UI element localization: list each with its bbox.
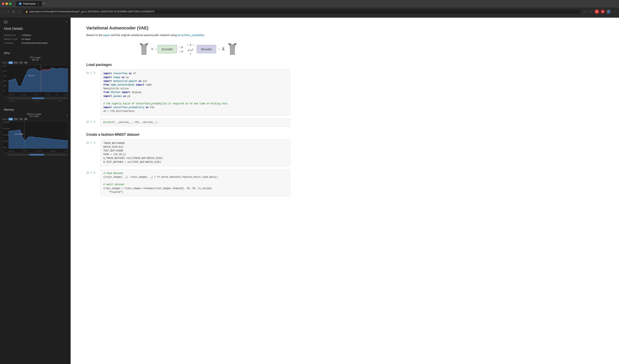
cpu-timeline-scrubber[interactable]	[2, 97, 68, 100]
tab-bar: Paperspace ✕ +	[16, 1, 45, 6]
z-label: z	[190, 43, 191, 47]
cpu-chart-container: CPU usage 468.14k Zoom 1m 5m 1h All 500k…	[0, 56, 70, 105]
cpu-x-label-3: 19:18:15	[33, 94, 39, 96]
memory-timeline-scrubber[interactable]	[2, 153, 68, 156]
memory-x-label-1: 19:18:00	[8, 150, 14, 152]
home-button[interactable]: ⌂	[18, 9, 21, 14]
cell-1-code[interactable]: import tensorflow as tf import numpy as …	[100, 70, 290, 115]
cpu-timeline-track[interactable]	[8, 98, 68, 99]
cell-4-prompt: In [ ]:	[86, 169, 98, 174]
cpu-zoom-1h[interactable]: 1h	[19, 61, 23, 64]
memory-zoom-1h[interactable]: 1h	[19, 118, 23, 120]
new-tab-button[interactable]: +	[43, 2, 45, 6]
memory-chart-value: 827.76MB	[30, 115, 39, 117]
browser-titlebar: Paperspace ✕ +	[0, 0, 619, 7]
active-tab[interactable]: Paperspace ✕	[16, 1, 42, 6]
output-image	[226, 41, 239, 57]
memory-chart-area: 2000MB 1500MB 1000MB 500MB 0MB	[2, 121, 68, 153]
reload-button[interactable]: ↻	[12, 9, 16, 14]
x-tilde-label: x̃	[222, 46, 225, 52]
memory-x-label-2: Tue:15	[23, 150, 27, 152]
input-image	[138, 41, 150, 57]
minimize-traffic-light[interactable]	[5, 2, 8, 5]
cpu-zoom-1m[interactable]: 1m	[8, 61, 13, 64]
description-prefix: Based on the	[86, 34, 103, 37]
vae-diagram: X → Encoder → μ → σ	[86, 41, 290, 57]
arrow-to-encoder: →	[154, 47, 157, 51]
cpu-zoom-label: Zoom	[2, 62, 7, 64]
notebook-id-label: Notebook ID	[4, 34, 22, 36]
cell-3-code[interactable]: TRAIN_BUF=60000 BATCH_SIZE=512 TEST_BUF=…	[100, 140, 290, 166]
code-cell-4: In [ ]: # load dataset (train_images, _)…	[86, 169, 290, 196]
memory-zoom-all[interactable]: All	[24, 118, 28, 120]
forward-button[interactable]: ›	[7, 9, 9, 14]
menu-icon[interactable]: ⋮	[612, 9, 617, 14]
memory-expand-icon[interactable]: ⤢	[66, 114, 68, 117]
cpu-zoom-all[interactable]: All	[24, 61, 28, 64]
load-packages-title: Load packages	[86, 63, 290, 67]
notebook-title: Variational Autoencoder (VAE)	[86, 26, 290, 31]
sidebar-header: ▲ ×	[0, 18, 70, 24]
close-traffic-light[interactable]	[2, 2, 4, 5]
memory-chart-section: Memory usage 827.76MB ⤢ Zoom 1m 5m 1h Al…	[0, 113, 70, 160]
cpu-x-label-5: :45	[56, 94, 58, 96]
cpu-timeline-start: 19:18:00	[8, 100, 14, 102]
cpu-zoom-5m[interactable]: 5m	[14, 61, 18, 64]
memory-peak-label: 1112.09MB	[14, 133, 23, 135]
mu-arrow: → μ	[178, 45, 183, 48]
memory-zoom-5m[interactable]: 5m	[14, 118, 18, 120]
description-middle: and the original variational autoencoder…	[110, 34, 178, 37]
tensorflow-probability-link[interactable]: tensorflow_probability	[178, 34, 204, 37]
cpu-timeline-viewport	[32, 98, 44, 99]
input-shirt-svg	[139, 42, 149, 56]
sigma-arrow: → σ	[178, 50, 183, 53]
x-label: X	[151, 47, 153, 51]
container-row: Container tensorflow/tensorflow.latest	[4, 42, 67, 44]
profile-icon-s[interactable]: S	[595, 9, 599, 14]
sidebar-close-button[interactable]: ×	[66, 20, 67, 24]
cpu-cursor-line	[41, 65, 41, 92]
memory-section-title: Memory	[4, 108, 67, 111]
browser-toolbar: ‹ › ↻ ⌂ 🔒 paperspace.com/tevgkhd7n/noteb…	[0, 7, 619, 16]
machine-type-label: Machine Type	[4, 38, 22, 40]
output-shirt-svg	[227, 42, 238, 56]
cpu-timeline-end: 19:19	[58, 100, 62, 102]
profile-icon-m[interactable]: M	[601, 9, 605, 14]
cpu-x-labels: 19:17:45 19:18:00 19:18:15 Tue:33 :45 19…	[8, 94, 68, 96]
code-cell-2: In [ ]: print(tf.__version__, tfp.__vers…	[86, 118, 290, 126]
memory-zoom-1m[interactable]: 1m	[8, 118, 13, 120]
maximize-traffic-light[interactable]	[9, 2, 11, 5]
encoder-box: Encoder	[158, 45, 177, 53]
code-cell-3: In [ ]: TRAIN_BUF=60000 BATCH_SIZE=512 T…	[86, 140, 290, 166]
lock-icon: 🔒	[25, 10, 28, 13]
machine-type-value: p2.xlarge	[22, 38, 30, 40]
epsilon-group: ε	[187, 48, 193, 55]
user-avatar[interactable]: 👤	[606, 9, 611, 14]
machine-type-row: Machine Type p2.xlarge	[4, 38, 67, 40]
paper-link[interactable]: paper	[103, 34, 110, 37]
cell-4-code[interactable]: # load dataset (train_images, _), (test_…	[100, 169, 290, 196]
arrow-z: → z →	[186, 43, 195, 47]
memory-timeline-track[interactable]	[8, 154, 68, 155]
content-area: Variational Autoencoder (VAE) Based on t…	[70, 18, 619, 364]
browser-chrome: Paperspace ✕ + ‹ › ↻ ⌂ 🔒 paperspace.com/…	[0, 0, 619, 18]
extensions-icon[interactable]: ⬡	[589, 9, 593, 14]
cpu-y-label-300: 300k	[3, 75, 7, 77]
notebook-description: Based on the paper and the original vari…	[86, 33, 290, 37]
cpu-zoom-controls: Zoom 1m 5m 1h All	[2, 61, 68, 64]
address-bar[interactable]: 🔒 paperspace.com/tevgkhd7n/notebook/prsl…	[23, 9, 581, 14]
url-text: paperspace.com/tevgkhd7n/notebook/prsl4u…	[29, 10, 579, 13]
mu-label: μ	[181, 45, 183, 48]
cpu-chart-title: CPU usage	[30, 56, 41, 59]
sigma-label: σ	[181, 50, 183, 53]
memory-zoom-controls: Zoom 1m 5m 1h All	[2, 118, 68, 120]
epsilon-curve-svg	[187, 48, 193, 52]
notebook-id-row: Notebook ID n128ahya	[4, 34, 67, 36]
code-cell-1: In [ ]: import tensorflow as tf import n…	[86, 70, 290, 115]
back-button[interactable]: ‹	[2, 9, 5, 14]
cpu-chart-area: 500k 400k 300k 200k 100k 0k	[2, 65, 68, 96]
cell-2-code[interactable]: print(tf.__version__, tfp.__version__)	[100, 118, 290, 126]
tab-close-button[interactable]: ✕	[37, 2, 39, 5]
sidebar-toggle-button[interactable]: ▲	[3, 20, 8, 24]
star-icon[interactable]: ☆	[583, 9, 587, 14]
